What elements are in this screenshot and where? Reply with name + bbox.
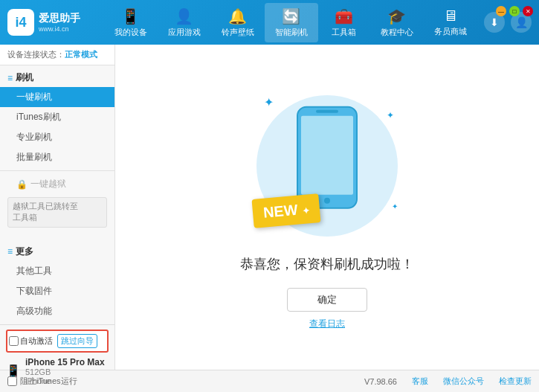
flash-section-label: 刷机 (16, 71, 33, 84)
device-name: iPhone 15 Pro Max (25, 357, 105, 367)
logo-icon: i4 (7, 9, 34, 36)
app-url: www.i4.cn (39, 25, 80, 33)
sparkle-icon-1: ✦ (264, 95, 274, 109)
nav-tabs: 📱 我的设备 👤 应用游戏 🔔 铃声壁纸 🔄 智能刷机 🧰 工具箱 🎓 (97, 3, 484, 42)
sidebar-item-pro-flash[interactable]: 专业刷机 (0, 127, 114, 147)
success-text: 恭喜您，保资料刷机成功啦！ (240, 255, 414, 273)
sparkle-icon-3: ✦ (392, 202, 398, 211)
status-mode: 正常模式 (65, 50, 97, 59)
sidebar-item-other-tools[interactable]: 其他工具 (0, 261, 114, 281)
manual-guide-button[interactable]: 跳过向导 (57, 334, 97, 348)
nav-tab-app-game[interactable]: 👤 应用游戏 (158, 3, 211, 42)
main-content: NEW ✦ ✦ ✦ ✦ 恭喜您，保资料刷机成功啦！ 确定 查看日志 (115, 45, 539, 370)
maximize-button[interactable]: □ (509, 6, 520, 16)
device-storage: 512GB (25, 367, 105, 376)
footer-right: V7.98.66 客服 微信公众号 检查更新 (364, 376, 532, 387)
my-device-label: 我的设备 (114, 27, 147, 38)
service-label: 务员商城 (434, 26, 467, 37)
nav-tab-my-device[interactable]: 📱 我的设备 (104, 3, 158, 42)
more-section-label: 更多 (16, 245, 33, 258)
flash-section-icon: ≡ (7, 73, 13, 83)
nav-tab-toolbox[interactable]: 🧰 工具箱 (318, 3, 370, 42)
sidebar-item-download-firmware[interactable]: 下载固件 (0, 281, 114, 301)
auto-activate-label[interactable]: 自动激活 (9, 335, 53, 347)
stop-itunes-label[interactable]: 阻止iTunes运行 (20, 376, 77, 387)
status-bar: 设备连接状态：正常模式 (0, 45, 114, 65)
app-game-label: 应用游戏 (168, 27, 201, 38)
footer-left: 阻止iTunes运行 (7, 376, 77, 387)
my-device-icon: 📱 (121, 7, 140, 25)
sidebar-item-itunes-flash[interactable]: iTunes刷机 (0, 107, 114, 127)
sidebar-divider-1 (0, 170, 114, 171)
new-badge: NEW ✦ (251, 193, 320, 228)
sidebar: 设备连接状态：正常模式 ≡ 刷机 一键刷机 iTunes刷机 专业刷机 批 (0, 45, 115, 370)
nav-tab-tutorial[interactable]: 🎓 教程中心 (370, 3, 424, 42)
flash-section-header: ≡ 刷机 (0, 68, 114, 87)
window-controls: — □ ✕ (496, 6, 533, 16)
logo-text: 爱思助手 www.i4.cn (39, 12, 80, 33)
smart-flash-label: 智能刷机 (275, 27, 308, 38)
header: i4 爱思助手 www.i4.cn 📱 我的设备 👤 应用游戏 🔔 铃声壁纸 🔄 (0, 0, 539, 45)
nav-tab-ringtone[interactable]: 🔔 铃声壁纸 (211, 3, 265, 42)
confirm-button[interactable]: 确定 (287, 288, 367, 312)
version-label: V7.98.66 (364, 377, 397, 386)
flash-section: ≡ 刷机 一键刷机 iTunes刷机 专业刷机 批量刷机 🔒 (0, 65, 114, 234)
sidebar-item-advanced[interactable]: 高级功能 (0, 301, 114, 321)
toolbox-icon: 🧰 (335, 7, 353, 25)
wechat-link[interactable]: 微信公众号 (443, 376, 484, 387)
nav-tab-smart-flash[interactable]: 🔄 智能刷机 (265, 3, 318, 42)
close-button[interactable]: ✕ (523, 6, 533, 16)
app-name: 爱思助手 (39, 12, 80, 25)
sparkle-icon-2: ✦ (387, 110, 394, 121)
sidebar-notice: 越狱工具已跳转至工具箱 (7, 197, 107, 228)
more-section-header: ≡ 更多 (0, 242, 114, 261)
logo-area: i4 爱思助手 www.i4.cn (7, 9, 97, 36)
app-game-icon: 👤 (175, 7, 193, 25)
service-icon: 🖥 (443, 7, 458, 25)
sidebar-item-one-click-flash[interactable]: 一键刷机 (0, 87, 114, 107)
svg-point-2 (324, 198, 330, 204)
toolbox-label: 工具箱 (332, 27, 356, 38)
more-section: ≡ 更多 其他工具 下载固件 高级功能 (0, 240, 114, 324)
auto-activate-checkbox[interactable] (9, 336, 19, 346)
smart-flash-icon: 🔄 (282, 7, 300, 25)
ringtone-icon: 🔔 (228, 7, 247, 25)
sidebar-item-batch-flash[interactable]: 批量刷机 (0, 147, 114, 167)
minimize-button[interactable]: — (496, 6, 506, 16)
log-link[interactable]: 查看日志 (309, 318, 345, 330)
svg-rect-3 (316, 110, 338, 113)
sidebar-disabled-jailbreak: 🔒 一键越狱 (0, 174, 114, 194)
tutorial-label: 教程中心 (381, 27, 413, 38)
stop-itunes-checkbox[interactable] (7, 376, 17, 386)
skin-link[interactable]: 客服 (412, 376, 428, 387)
svg-rect-1 (301, 116, 353, 195)
success-illustration: NEW ✦ ✦ ✦ ✦ (245, 84, 409, 248)
status-prefix: 设备连接状态： (7, 50, 65, 59)
ringtone-label: 铃声壁纸 (222, 27, 254, 38)
lock-icon: 🔒 (16, 179, 28, 190)
tutorial-icon: 🎓 (387, 7, 406, 25)
check-update-link[interactable]: 检查更新 (499, 376, 532, 387)
more-section-icon: ≡ (7, 246, 13, 257)
nav-tab-service[interactable]: 🖥 务员商城 (424, 3, 477, 42)
auto-activate-row: 自动激活 跳过向导 (6, 330, 109, 353)
